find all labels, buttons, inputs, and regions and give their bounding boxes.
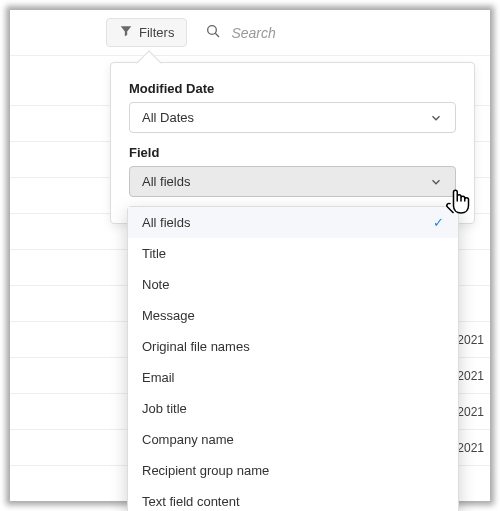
chevron-down-icon (429, 111, 443, 125)
year-cell (481, 261, 484, 275)
modified-date-label: Modified Date (129, 81, 456, 96)
toolbar: Filters (10, 10, 490, 56)
check-icon: ✓ (433, 215, 444, 230)
field-option[interactable]: Email (128, 362, 458, 393)
year-cell (481, 117, 484, 131)
field-option[interactable]: Job title (128, 393, 458, 424)
field-option[interactable]: All fields✓ (128, 207, 458, 238)
svg-line-1 (216, 33, 220, 37)
year-cell (481, 153, 484, 167)
field-option[interactable]: Note (128, 269, 458, 300)
filters-button-label: Filters (139, 25, 174, 40)
field-option-label: Text field content (142, 494, 240, 509)
field-select[interactable]: All fields (129, 166, 456, 197)
funnel-icon (119, 24, 133, 41)
year-cell: 2021 (457, 369, 484, 383)
year-cell: 2021 (457, 405, 484, 419)
field-dropdown[interactable]: All fields✓TitleNoteMessageOriginal file… (127, 206, 459, 511)
field-option-label: Title (142, 246, 166, 261)
field-option[interactable]: Company name (128, 424, 458, 455)
search-input[interactable] (229, 24, 468, 42)
search-field[interactable] (197, 19, 476, 47)
svg-point-0 (208, 25, 217, 34)
search-icon (205, 23, 221, 43)
field-option[interactable]: Original file names (128, 331, 458, 362)
field-option-label: Original file names (142, 339, 250, 354)
year-cell (481, 225, 484, 239)
filters-button[interactable]: Filters (106, 18, 187, 47)
field-option-label: Company name (142, 432, 234, 447)
year-cell (481, 297, 484, 311)
field-option-label: Recipient group name (142, 463, 269, 478)
filters-popover: Modified Date All Dates Field All fields (110, 62, 475, 224)
field-option[interactable]: Recipient group name (128, 455, 458, 486)
year-cell: 2021 (457, 441, 484, 455)
field-option-label: All fields (142, 215, 190, 230)
field-value: All fields (142, 174, 190, 189)
field-label: Field (129, 145, 456, 160)
year-cell: 2021 (457, 333, 484, 347)
field-option[interactable]: Text field content (128, 486, 458, 511)
chevron-down-icon (429, 175, 443, 189)
modified-date-value: All Dates (142, 110, 194, 125)
field-option-label: Email (142, 370, 175, 385)
year-cell (481, 189, 484, 203)
field-option[interactable]: Message (128, 300, 458, 331)
field-option-label: Job title (142, 401, 187, 416)
field-option[interactable]: Title (128, 238, 458, 269)
modified-date-select[interactable]: All Dates (129, 102, 456, 133)
field-option-label: Message (142, 308, 195, 323)
field-option-label: Note (142, 277, 169, 292)
year-cell (481, 81, 484, 95)
